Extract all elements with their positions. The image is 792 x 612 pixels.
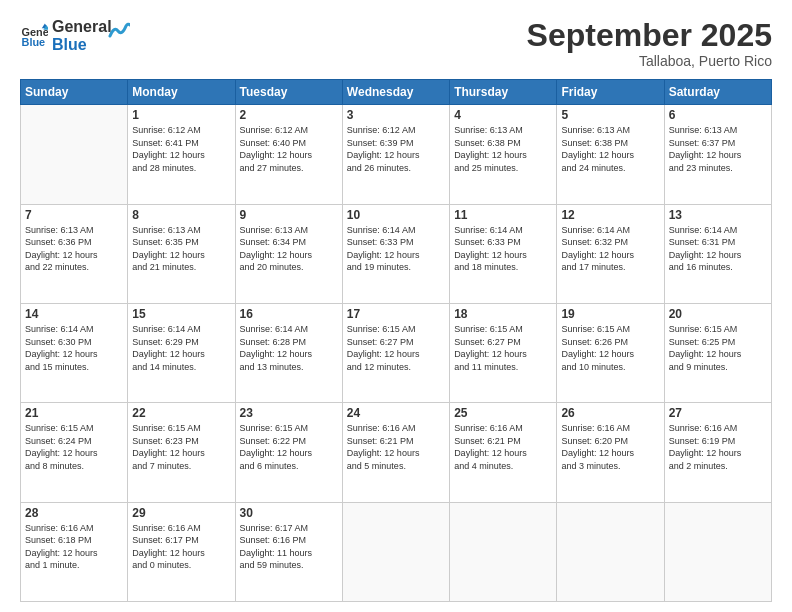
page: General Blue General Blue September 2025… xyxy=(0,0,792,612)
calendar-cell: 7Sunrise: 6:13 AM Sunset: 6:36 PM Daylig… xyxy=(21,204,128,303)
calendar-cell: 10Sunrise: 6:14 AM Sunset: 6:33 PM Dayli… xyxy=(342,204,449,303)
calendar-cell: 29Sunrise: 6:16 AM Sunset: 6:17 PM Dayli… xyxy=(128,502,235,601)
day-number: 10 xyxy=(347,208,445,222)
day-info: Sunrise: 6:12 AM Sunset: 6:41 PM Dayligh… xyxy=(132,124,230,174)
day-number: 5 xyxy=(561,108,659,122)
calendar-cell: 5Sunrise: 6:13 AM Sunset: 6:38 PM Daylig… xyxy=(557,105,664,204)
day-number: 2 xyxy=(240,108,338,122)
logo-blue: Blue xyxy=(52,36,112,54)
day-number: 4 xyxy=(454,108,552,122)
logo-icon: General Blue xyxy=(20,22,48,50)
calendar-cell: 26Sunrise: 6:16 AM Sunset: 6:20 PM Dayli… xyxy=(557,403,664,502)
day-info: Sunrise: 6:15 AM Sunset: 6:23 PM Dayligh… xyxy=(132,422,230,472)
header-friday: Friday xyxy=(557,80,664,105)
calendar-cell: 23Sunrise: 6:15 AM Sunset: 6:22 PM Dayli… xyxy=(235,403,342,502)
day-info: Sunrise: 6:15 AM Sunset: 6:22 PM Dayligh… xyxy=(240,422,338,472)
calendar-cell: 30Sunrise: 6:17 AM Sunset: 6:16 PM Dayli… xyxy=(235,502,342,601)
day-info: Sunrise: 6:17 AM Sunset: 6:16 PM Dayligh… xyxy=(240,522,338,572)
day-info: Sunrise: 6:14 AM Sunset: 6:33 PM Dayligh… xyxy=(347,224,445,274)
calendar-cell: 4Sunrise: 6:13 AM Sunset: 6:38 PM Daylig… xyxy=(450,105,557,204)
day-number: 21 xyxy=(25,406,123,420)
day-number: 22 xyxy=(132,406,230,420)
calendar-table: Sunday Monday Tuesday Wednesday Thursday… xyxy=(20,79,772,602)
calendar-body: 1Sunrise: 6:12 AM Sunset: 6:41 PM Daylig… xyxy=(21,105,772,602)
day-info: Sunrise: 6:15 AM Sunset: 6:25 PM Dayligh… xyxy=(669,323,767,373)
day-info: Sunrise: 6:14 AM Sunset: 6:28 PM Dayligh… xyxy=(240,323,338,373)
day-number: 25 xyxy=(454,406,552,420)
day-number: 15 xyxy=(132,307,230,321)
calendar-cell: 2Sunrise: 6:12 AM Sunset: 6:40 PM Daylig… xyxy=(235,105,342,204)
calendar-cell: 12Sunrise: 6:14 AM Sunset: 6:32 PM Dayli… xyxy=(557,204,664,303)
calendar-cell: 11Sunrise: 6:14 AM Sunset: 6:33 PM Dayli… xyxy=(450,204,557,303)
calendar-cell: 19Sunrise: 6:15 AM Sunset: 6:26 PM Dayli… xyxy=(557,303,664,402)
day-number: 8 xyxy=(132,208,230,222)
header-sunday: Sunday xyxy=(21,80,128,105)
calendar-cell: 8Sunrise: 6:13 AM Sunset: 6:35 PM Daylig… xyxy=(128,204,235,303)
calendar-cell: 16Sunrise: 6:14 AM Sunset: 6:28 PM Dayli… xyxy=(235,303,342,402)
day-number: 11 xyxy=(454,208,552,222)
day-number: 20 xyxy=(669,307,767,321)
day-number: 7 xyxy=(25,208,123,222)
calendar-cell xyxy=(557,502,664,601)
day-info: Sunrise: 6:14 AM Sunset: 6:31 PM Dayligh… xyxy=(669,224,767,274)
day-number: 29 xyxy=(132,506,230,520)
day-info: Sunrise: 6:14 AM Sunset: 6:29 PM Dayligh… xyxy=(132,323,230,373)
day-info: Sunrise: 6:15 AM Sunset: 6:24 PM Dayligh… xyxy=(25,422,123,472)
header-monday: Monday xyxy=(128,80,235,105)
day-number: 17 xyxy=(347,307,445,321)
day-number: 3 xyxy=(347,108,445,122)
day-number: 14 xyxy=(25,307,123,321)
calendar-cell xyxy=(664,502,771,601)
day-info: Sunrise: 6:14 AM Sunset: 6:32 PM Dayligh… xyxy=(561,224,659,274)
day-info: Sunrise: 6:15 AM Sunset: 6:27 PM Dayligh… xyxy=(454,323,552,373)
calendar-cell: 3Sunrise: 6:12 AM Sunset: 6:39 PM Daylig… xyxy=(342,105,449,204)
day-info: Sunrise: 6:16 AM Sunset: 6:20 PM Dayligh… xyxy=(561,422,659,472)
header: General Blue General Blue September 2025… xyxy=(20,18,772,69)
calendar-cell: 28Sunrise: 6:16 AM Sunset: 6:18 PM Dayli… xyxy=(21,502,128,601)
day-info: Sunrise: 6:15 AM Sunset: 6:26 PM Dayligh… xyxy=(561,323,659,373)
day-info: Sunrise: 6:12 AM Sunset: 6:39 PM Dayligh… xyxy=(347,124,445,174)
calendar-cell: 1Sunrise: 6:12 AM Sunset: 6:41 PM Daylig… xyxy=(128,105,235,204)
day-info: Sunrise: 6:14 AM Sunset: 6:30 PM Dayligh… xyxy=(25,323,123,373)
day-number: 24 xyxy=(347,406,445,420)
day-info: Sunrise: 6:13 AM Sunset: 6:34 PM Dayligh… xyxy=(240,224,338,274)
day-number: 9 xyxy=(240,208,338,222)
calendar-cell: 24Sunrise: 6:16 AM Sunset: 6:21 PM Dayli… xyxy=(342,403,449,502)
svg-text:Blue: Blue xyxy=(22,36,46,48)
day-number: 27 xyxy=(669,406,767,420)
day-info: Sunrise: 6:16 AM Sunset: 6:19 PM Dayligh… xyxy=(669,422,767,472)
title-block: September 2025 Tallaboa, Puerto Rico xyxy=(527,18,772,69)
calendar-header: Sunday Monday Tuesday Wednesday Thursday… xyxy=(21,80,772,105)
day-number: 26 xyxy=(561,406,659,420)
day-number: 28 xyxy=(25,506,123,520)
calendar-cell: 25Sunrise: 6:16 AM Sunset: 6:21 PM Dayli… xyxy=(450,403,557,502)
calendar-cell: 22Sunrise: 6:15 AM Sunset: 6:23 PM Dayli… xyxy=(128,403,235,502)
page-subtitle: Tallaboa, Puerto Rico xyxy=(527,53,772,69)
calendar-cell xyxy=(342,502,449,601)
calendar-cell: 17Sunrise: 6:15 AM Sunset: 6:27 PM Dayli… xyxy=(342,303,449,402)
header-thursday: Thursday xyxy=(450,80,557,105)
calendar-cell xyxy=(21,105,128,204)
logo: General Blue General Blue xyxy=(20,18,130,53)
day-number: 16 xyxy=(240,307,338,321)
calendar-cell: 20Sunrise: 6:15 AM Sunset: 6:25 PM Dayli… xyxy=(664,303,771,402)
day-info: Sunrise: 6:16 AM Sunset: 6:21 PM Dayligh… xyxy=(454,422,552,472)
day-info: Sunrise: 6:13 AM Sunset: 6:35 PM Dayligh… xyxy=(132,224,230,274)
header-tuesday: Tuesday xyxy=(235,80,342,105)
day-number: 6 xyxy=(669,108,767,122)
day-number: 23 xyxy=(240,406,338,420)
header-wednesday: Wednesday xyxy=(342,80,449,105)
day-info: Sunrise: 6:13 AM Sunset: 6:37 PM Dayligh… xyxy=(669,124,767,174)
day-number: 12 xyxy=(561,208,659,222)
calendar-cell: 21Sunrise: 6:15 AM Sunset: 6:24 PM Dayli… xyxy=(21,403,128,502)
day-number: 30 xyxy=(240,506,338,520)
calendar-cell: 27Sunrise: 6:16 AM Sunset: 6:19 PM Dayli… xyxy=(664,403,771,502)
calendar-cell: 15Sunrise: 6:14 AM Sunset: 6:29 PM Dayli… xyxy=(128,303,235,402)
calendar-cell: 6Sunrise: 6:13 AM Sunset: 6:37 PM Daylig… xyxy=(664,105,771,204)
day-number: 18 xyxy=(454,307,552,321)
day-number: 1 xyxy=(132,108,230,122)
calendar-cell: 14Sunrise: 6:14 AM Sunset: 6:30 PM Dayli… xyxy=(21,303,128,402)
page-title: September 2025 xyxy=(527,18,772,53)
header-row: Sunday Monday Tuesday Wednesday Thursday… xyxy=(21,80,772,105)
day-info: Sunrise: 6:13 AM Sunset: 6:38 PM Dayligh… xyxy=(454,124,552,174)
